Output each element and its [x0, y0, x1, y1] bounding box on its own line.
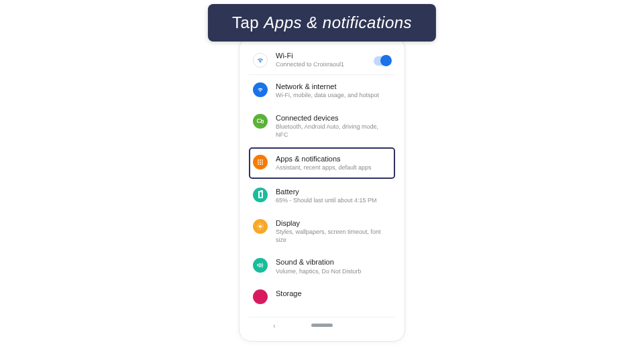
setting-subtitle: Styles, wallpapers, screen timeout, font…: [276, 228, 391, 244]
setting-text: Sound & vibration Volume, haptics, Do No…: [276, 257, 391, 275]
instruction-target: Apps & notifications: [264, 13, 412, 31]
wifi-icon: [253, 53, 268, 68]
phone-screen: Wi-Fi Connected to Croixraoul1 Network &…: [244, 38, 400, 337]
setting-text: Apps & notifications Assistant, recent a…: [276, 154, 391, 172]
setting-title: Sound & vibration: [276, 257, 391, 267]
home-pill[interactable]: [311, 324, 333, 327]
setting-subtitle: Wi-Fi, mobile, data usage, and hotspot: [276, 92, 391, 100]
setting-title: Wi-Fi: [276, 51, 366, 60]
setting-subtitle: Volume, haptics, Do Not Disturb: [276, 268, 391, 276]
svg-line-16: [258, 224, 259, 224]
network-icon: [253, 82, 268, 97]
setting-item-apps[interactable]: Apps & notifications Assistant, recent a…: [249, 147, 395, 179]
svg-line-17: [262, 228, 263, 228]
svg-point-9: [260, 163, 261, 165]
setting-subtitle: 65% - Should last until about 4:15 PM: [276, 197, 391, 205]
setting-title: Apps & notifications: [276, 154, 391, 163]
setting-subtitle: Assistant, recent apps, default apps: [276, 164, 391, 172]
setting-subtitle: Bluetooth, Android Auto, driving mode, N…: [276, 123, 391, 139]
svg-point-11: [259, 225, 262, 228]
svg-line-18: [262, 224, 263, 224]
setting-text: Wi-Fi Connected to Croixraoul1: [276, 51, 366, 69]
setting-title: Display: [276, 218, 391, 228]
setting-item-display[interactable]: Display Styles, wallpapers, screen timeo…: [249, 212, 395, 251]
setting-item-network[interactable]: Network & internet Wi-Fi, mobile, data u…: [249, 75, 395, 107]
setting-title: Connected devices: [276, 113, 391, 123]
back-button[interactable]: ‹: [273, 322, 276, 330]
nav-bar: ‹: [249, 317, 395, 333]
phone-frame: Wi-Fi Connected to Croixraoul1 Network &…: [239, 37, 405, 342]
setting-item-sound[interactable]: Sound & vibration Volume, haptics, Do No…: [249, 251, 395, 282]
svg-rect-1: [262, 120, 264, 123]
svg-point-8: [258, 163, 259, 165]
setting-text: Display Styles, wallpapers, screen timeo…: [276, 218, 391, 245]
setting-item-wifi[interactable]: Wi-Fi Connected to Croixraoul1: [249, 44, 395, 75]
svg-point-6: [260, 161, 261, 163]
svg-point-7: [262, 161, 263, 163]
setting-item-battery[interactable]: Battery 65% - Should last until about 4:…: [249, 180, 395, 212]
setting-item-devices[interactable]: Connected devices Bluetooth, Android Aut…: [249, 107, 395, 146]
svg-point-5: [258, 161, 259, 163]
setting-title: Storage: [276, 289, 391, 298]
svg-line-19: [258, 228, 259, 228]
instruction-prefix: Tap: [232, 13, 264, 31]
svg-point-10: [262, 163, 263, 165]
setting-item-storage[interactable]: Storage: [249, 282, 395, 304]
setting-subtitle: Connected to Croixraoul1: [276, 61, 366, 69]
settings-list[interactable]: Wi-Fi Connected to Croixraoul1 Network &…: [244, 38, 400, 304]
setting-text: Storage: [276, 289, 391, 298]
setting-text: Connected devices Bluetooth, Android Aut…: [276, 113, 391, 139]
svg-point-2: [258, 159, 259, 161]
devices-icon: [253, 114, 268, 129]
svg-point-3: [260, 159, 261, 161]
setting-text: Network & internet Wi-Fi, mobile, data u…: [276, 82, 391, 100]
apps-icon: [253, 155, 268, 169]
setting-title: Battery: [276, 187, 391, 196]
wifi-toggle[interactable]: [374, 56, 391, 66]
setting-title: Network & internet: [276, 82, 391, 91]
sound-icon: [253, 258, 268, 273]
svg-rect-0: [258, 119, 262, 123]
setting-text: Battery 65% - Should last until about 4:…: [276, 187, 391, 205]
instruction-banner: Tap Apps & notifications: [208, 4, 436, 42]
display-icon: [253, 219, 268, 234]
battery-icon: [253, 188, 268, 202]
svg-point-4: [262, 159, 263, 161]
storage-icon: [253, 289, 268, 304]
